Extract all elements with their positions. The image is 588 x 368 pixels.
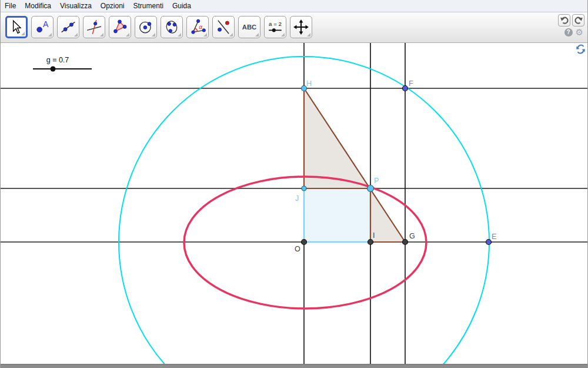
slider-knob[interactable] (51, 66, 56, 71)
point-label-E: E (492, 233, 496, 241)
graphics-view[interactable]: g = 0.7HFJPOIGE (1, 43, 587, 364)
point-O[interactable] (302, 239, 307, 244)
move-tool-button[interactable] (5, 16, 28, 38)
point-I[interactable] (368, 239, 373, 244)
menu-visualizza[interactable]: Visualizza (60, 2, 92, 10)
point-J[interactable] (302, 186, 306, 191)
reflect-tool-button[interactable] (212, 16, 235, 38)
undo-button[interactable] (558, 14, 570, 26)
point-label-O: O (295, 245, 300, 253)
slider-label: g = 0.7 (46, 56, 69, 64)
point-F[interactable] (403, 85, 408, 91)
dropdown-arrow-icon[interactable] (281, 33, 285, 37)
point-G[interactable] (403, 239, 408, 244)
dropdown-arrow-icon[interactable] (100, 33, 103, 37)
dropdown-arrow-icon[interactable] (126, 33, 129, 37)
toolbar: A (1, 12, 587, 43)
construction-canvas[interactable]: g = 0.7HFJPOIGE (1, 43, 587, 364)
help-icon[interactable]: ? (564, 28, 573, 37)
point-label-H: H (306, 79, 312, 88)
point-E[interactable] (486, 239, 492, 244)
point-label-G: G (409, 232, 415, 240)
undo-icon (560, 15, 569, 25)
menu-opzioni[interactable]: Opzioni (101, 2, 125, 10)
conic-tool-button[interactable] (161, 16, 183, 38)
redo-button[interactable] (572, 14, 584, 26)
window-bottom-edge (1, 364, 587, 368)
menu-file[interactable]: File (5, 2, 16, 10)
dropdown-arrow-icon[interactable] (203, 33, 207, 37)
text-tool-button[interactable]: ABC (238, 16, 260, 38)
dropdown-arrow-icon[interactable] (48, 33, 52, 37)
point-tool-button[interactable]: A (31, 16, 54, 38)
gear-icon[interactable]: ⚙ (576, 28, 583, 37)
circle-tool-button[interactable] (135, 16, 157, 38)
menu-modifica[interactable]: Modifica (25, 2, 51, 10)
point-P[interactable] (368, 185, 374, 191)
slider-tool-button[interactable]: a = 2 (264, 16, 286, 38)
dropdown-arrow-icon[interactable] (152, 33, 155, 37)
slider-tool-label: a = 2 (269, 21, 282, 27)
refresh-view-icon[interactable] (576, 44, 586, 54)
perpendicular-line-tool-button[interactable] (83, 16, 105, 38)
menu-bar: File Modifica Visualizza Opzioni Strumen… (1, 0, 587, 12)
move-graphics-tool-button[interactable] (290, 16, 312, 38)
dropdown-arrow-icon[interactable] (255, 33, 259, 37)
point-label-J: J (295, 194, 299, 203)
line-tool-button[interactable] (57, 16, 79, 38)
dropdown-arrow-icon[interactable] (229, 33, 233, 37)
angle-tool-button[interactable]: α (186, 16, 209, 38)
svg-text:A: A (43, 19, 49, 29)
dropdown-arrow-icon[interactable] (178, 33, 181, 37)
geogebra-window: File Modifica Visualizza Opzioni Strumen… (0, 0, 588, 368)
rectangle-region[interactable] (304, 188, 370, 242)
point-label-F: F (409, 79, 413, 88)
text-tool-label: ABC (242, 24, 256, 31)
dropdown-arrow-icon[interactable] (307, 33, 310, 37)
dropdown-arrow-icon[interactable] (21, 32, 25, 35)
dropdown-arrow-icon[interactable] (74, 33, 78, 37)
toolbar-right: ? ⚙ (558, 14, 584, 37)
point-label-P: P (374, 177, 379, 185)
redo-icon (574, 15, 583, 25)
menu-strumenti[interactable]: Strumenti (133, 2, 163, 10)
polygon-tool-button[interactable] (109, 16, 131, 38)
menu-guida[interactable]: Guida (172, 2, 191, 10)
point-label-I: I (373, 231, 375, 240)
svg-text:α: α (199, 24, 203, 30)
